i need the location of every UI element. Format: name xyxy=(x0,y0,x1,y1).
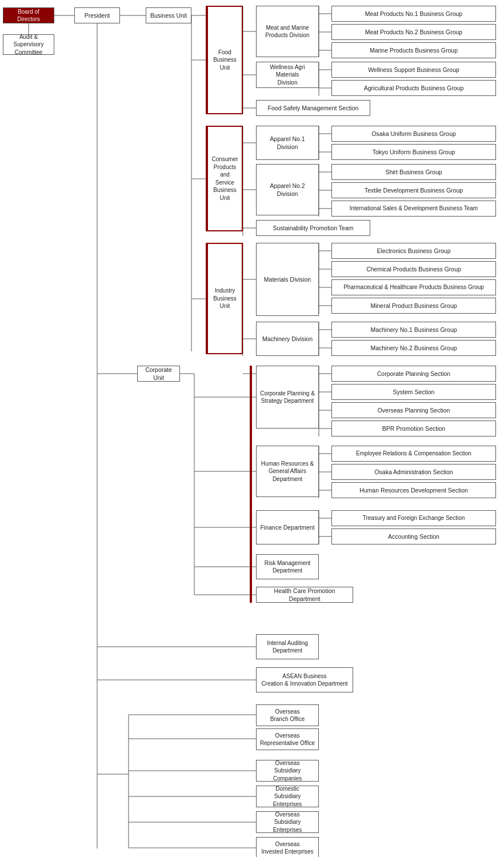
overseas-subsidiary-companies: OverseasSubsidiary Companies xyxy=(256,760,319,782)
president: President xyxy=(74,7,120,23)
risk-management-dept: Risk ManagementDepartment xyxy=(256,554,319,579)
machinery-no2: Machinery No.2 Business Group xyxy=(331,340,496,356)
meat-products-no2: Meat Products No.2 Business Group xyxy=(331,24,496,40)
osaka-uniform: Osaka Uniform Business Group xyxy=(331,126,496,142)
sustainability-team: Sustainability Promotion Team xyxy=(256,220,370,236)
apparel-no1-division: Apparel No.1 Division xyxy=(256,126,319,160)
wellness-support: Wellness Support Business Group xyxy=(331,62,496,78)
healthcare-promo-dept: Health Care Promotion Department xyxy=(256,587,353,603)
corporate-unit: Corporate Unit xyxy=(137,366,180,382)
treasury-section: Treasury and Foreign Exchange Section xyxy=(331,510,496,526)
domestic-subsidiary-enterprises: DomesticSubsidiary Enterprises xyxy=(256,786,319,807)
meat-marine-division: Meat and MarineProducts Division xyxy=(256,6,319,57)
agricultural-products: Agricultural Products Business Group xyxy=(331,80,496,96)
accounting-section: Accounting Section xyxy=(331,528,496,544)
hr-development-section: Human Resources Development Section xyxy=(331,482,496,498)
overseas-invested-enterprises: OverseasInvested Enterprises xyxy=(256,837,319,857)
hr-general-affairs-dept: Human Resources &General Affairs Departm… xyxy=(256,446,319,497)
overseas-branch-office: OverseasBranch Office xyxy=(256,704,319,726)
cp-section: Corporate Planning Section xyxy=(331,366,496,382)
wellness-division: Wellness·Agri MaterialsDivision xyxy=(256,62,319,88)
overseas-representative-office: OverseasRepresentative Office xyxy=(256,728,319,750)
audit-supervisory-committee: Audit & SupervisoryCommittee xyxy=(3,34,54,55)
materials-division: Materials Division xyxy=(256,243,319,316)
mineral-products: Mineral Product Business Group xyxy=(331,298,496,314)
bpr-section: BPR Promotion Section xyxy=(331,421,496,436)
electronics-business: Electronics Business Group xyxy=(331,243,496,259)
apparel-no2-division: Apparel No.2 Division xyxy=(256,164,319,215)
machinery-no1: Machinery No.1 Business Group xyxy=(331,322,496,338)
overseas-planning-section: Overseas Planning Section xyxy=(331,402,496,418)
machinery-division: Machinery Division xyxy=(256,322,319,356)
shirt-business: Shirt Business Group xyxy=(331,164,496,180)
meat-products-no1: Meat Products No.1 Business Group xyxy=(331,6,496,22)
food-safety-section: Food Safety Management Section xyxy=(256,100,370,116)
marine-products: Marine Products Business Group xyxy=(331,42,496,58)
board-of-directors: Board of Directors xyxy=(3,7,54,23)
internal-auditing-dept: Internal AuditingDepartment xyxy=(256,634,319,659)
food-business-unit: FoodBusiness Unit xyxy=(206,6,243,114)
chemical-products: Chemical Products Business Group xyxy=(331,261,496,277)
tokyo-uniform: Tokyo Uniform Business Group xyxy=(331,144,496,160)
business-unit: Business Unit xyxy=(146,7,191,23)
asean-dept: ASEAN BusinessCreation & Innovation Depa… xyxy=(256,667,353,692)
textile-development: Textile Development Business Group xyxy=(331,182,496,198)
system-section: System Section xyxy=(331,384,496,400)
employee-relations-section: Employee Relations & Compensation Sectio… xyxy=(331,446,496,462)
consumer-products-unit: ConsumerProducts andServiceBusiness Unit xyxy=(206,126,243,231)
finance-dept: Finance Department xyxy=(256,510,319,544)
cp-strategy-dept: Corporate Planning &Strategy Department xyxy=(256,366,319,428)
pharmaceutical-healthcare: Pharmaceutical & Healthcare Products Bus… xyxy=(331,279,496,295)
international-sales: International Sales & Development Busine… xyxy=(331,201,496,217)
osaka-admin-section: Osaka Administration Section xyxy=(331,464,496,480)
industry-business-unit: IndustryBusiness Unit xyxy=(206,243,243,354)
overseas-subsidiary-enterprises: OverseasSubsidiary Enterprises xyxy=(256,811,319,833)
